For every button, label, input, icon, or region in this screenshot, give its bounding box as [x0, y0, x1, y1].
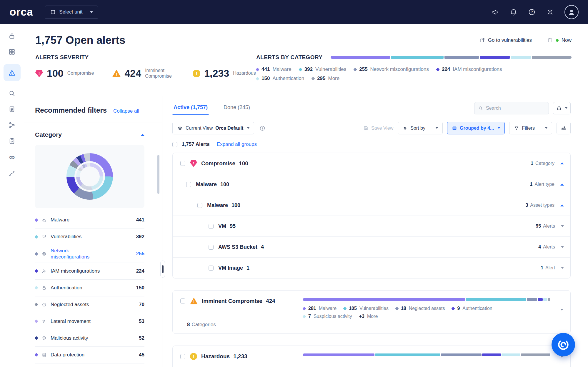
- expand-caret-icon[interactable]: [561, 267, 564, 269]
- save-view-button[interactable]: Save View: [363, 125, 393, 131]
- hazardous-circle-icon: !: [193, 70, 200, 77]
- category-marker: [34, 353, 38, 357]
- group-row-malware-alert-type[interactable]: Malware 100 1Alert type: [173, 174, 570, 195]
- group-list-icon: [452, 126, 457, 131]
- filter-row-authentication[interactable]: Authentication 150: [35, 280, 144, 296]
- filter-row-vulnerabilities[interactable]: Vulnerabilities 392: [35, 228, 144, 245]
- compromise-pentagon-icon: !: [35, 70, 43, 77]
- export-button[interactable]: [553, 102, 571, 114]
- collapse-caret-icon[interactable]: [560, 204, 564, 206]
- group-title: Malware: [207, 202, 228, 208]
- row-checkbox[interactable]: [180, 298, 185, 303]
- collapse-caret-icon[interactable]: [560, 184, 564, 186]
- orca-logo: orca: [9, 6, 33, 18]
- bar-segment: [375, 353, 440, 356]
- filter-row-data-protection[interactable]: Data protection 45: [35, 347, 144, 363]
- row-checkbox[interactable]: [209, 266, 214, 271]
- iam-user-icon: [41, 268, 47, 274]
- row-checkbox[interactable]: [209, 245, 214, 250]
- filter-row-network-misconfigurations[interactable]: Network misconfigurations 255: [35, 245, 144, 263]
- sort-by-dropdown[interactable]: Sort by: [398, 122, 443, 134]
- time-range-picker[interactable]: Now: [547, 37, 572, 43]
- legend-marker: [256, 68, 259, 71]
- legend-marker: [436, 68, 440, 71]
- group-row-malware-asset-types[interactable]: Malware 100 3Asset types: [173, 195, 570, 216]
- filter-row-malicious-activity[interactable]: Malicious activity 52: [35, 330, 144, 347]
- current-view-dropdown[interactable]: Current View Orca Default: [172, 122, 254, 134]
- group-row-aws-s3-bucket[interactable]: AWS S3 Bucket 4 4Alerts: [173, 236, 570, 257]
- group-row-vm-image[interactable]: VM Image 1 1Alert: [173, 257, 570, 278]
- expand-caret-icon[interactable]: [561, 225, 564, 227]
- tab-active[interactable]: Active (1,757): [172, 101, 209, 115]
- panel-collapse-handle[interactable]: [160, 261, 165, 278]
- collapse-caret-icon[interactable]: [560, 162, 564, 164]
- announcements-icon[interactable]: [492, 8, 499, 16]
- expand-caret-icon[interactable]: [560, 309, 563, 311]
- alerts-summary-header: 1,757 Open alerts Go to vulnerabilities …: [24, 24, 588, 96]
- group-row-compromise[interactable]: ! Compromise 100 1Category: [173, 153, 570, 174]
- sidebar-item-inventory-icon[interactable]: [8, 106, 16, 113]
- go-to-vulnerabilities-link[interactable]: Go to vulnerabilities: [479, 37, 532, 43]
- category-marker: [34, 252, 38, 256]
- group-row-vm[interactable]: VM 95 95Alerts: [173, 216, 570, 236]
- info-icon[interactable]: [259, 125, 266, 131]
- sidebar-item-attack-path-icon[interactable]: [8, 121, 16, 129]
- user-avatar[interactable]: [564, 5, 579, 19]
- filter-row-iam-misconfigurations[interactable]: IAM misconfigurations 224: [35, 263, 144, 280]
- filter-row-lateral-movement[interactable]: Lateral movement 53: [35, 313, 144, 330]
- row-checkbox[interactable]: [209, 224, 214, 229]
- select-unit-dropdown[interactable]: Select unit: [45, 6, 98, 19]
- filter-row-malware[interactable]: Malware 441: [35, 212, 144, 228]
- help-icon[interactable]: ?: [528, 8, 536, 16]
- imminent-triangle-icon: !: [112, 70, 121, 77]
- legend-marker: [302, 315, 306, 318]
- severity-compromise[interactable]: ! 100 Compromise: [35, 68, 94, 79]
- legend-item: 150Authentication: [256, 76, 304, 81]
- row-checkbox[interactable]: [180, 161, 185, 166]
- divider: [24, 123, 162, 123]
- sidebar-item-alerts[interactable]: [4, 64, 21, 81]
- filter-row-neglected-assets[interactable]: Neglected assets 70: [35, 296, 144, 313]
- live-status-dot: [556, 39, 559, 42]
- bar-segment: [543, 298, 547, 301]
- row-checkbox[interactable]: [197, 203, 202, 208]
- search-icon: [478, 106, 483, 111]
- group-row-imminent-compromise[interactable]: ! Imminent Compromise 424 8Categories 28…: [173, 291, 570, 333]
- legend-item: 255Network misconfigurations: [354, 66, 429, 72]
- bar-segment: [303, 353, 374, 356]
- imminent-label: Imminent Compromise: [145, 68, 174, 79]
- sidebar-item-compliance-icon[interactable]: [8, 137, 16, 145]
- notifications-bell-icon[interactable]: [510, 8, 517, 16]
- filters-dropdown[interactable]: Filters: [509, 122, 552, 134]
- settings-gear-icon[interactable]: [546, 8, 554, 16]
- sidebar-item-search-icon[interactable]: [8, 90, 16, 97]
- sidebar-item-dashboard-icon[interactable]: [8, 48, 16, 56]
- row-checkbox[interactable]: [186, 182, 191, 187]
- hazardous-count: 1,233: [204, 68, 229, 79]
- tab-done[interactable]: Done (245): [222, 101, 251, 115]
- severity-hazardous[interactable]: ! 1,233 Hazardous: [193, 68, 256, 79]
- support-chat-button[interactable]: [552, 333, 575, 356]
- severity-imminent-compromise[interactable]: ! 424 Imminent Compromise: [112, 68, 174, 79]
- select-all-checkbox[interactable]: [172, 142, 177, 147]
- category-marker: [34, 218, 38, 222]
- collapse-section-caret-icon[interactable]: [141, 134, 144, 136]
- group-count: 100: [231, 202, 240, 208]
- page-title: 1,757 Open alerts: [35, 34, 125, 46]
- bar-segment: [303, 298, 465, 301]
- sidebar-item-automation-icon[interactable]: [8, 170, 16, 177]
- sidebar-item-shift-left-icon[interactable]: ∞: [9, 153, 15, 161]
- current-view-label: Current View: [186, 126, 213, 131]
- neglected-clock-icon: [41, 302, 47, 307]
- panel-scrollbar[interactable]: [157, 155, 159, 194]
- grouped-by-dropdown[interactable]: Grouped by 4...: [447, 122, 505, 134]
- collapse-all-link[interactable]: Collapse all: [113, 108, 139, 114]
- row-checkbox[interactable]: [180, 354, 185, 359]
- group-row-hazardous[interactable]: ! Hazardous 1,233: [173, 346, 570, 367]
- sidebar-item-risk-icon[interactable]: [8, 32, 16, 40]
- category-donut-chart[interactable]: [66, 153, 113, 200]
- expand-all-groups-link[interactable]: Expand all groups: [217, 141, 257, 147]
- expand-caret-icon[interactable]: [561, 246, 564, 248]
- search-input[interactable]: [486, 106, 545, 111]
- table-settings-button[interactable]: [557, 122, 571, 134]
